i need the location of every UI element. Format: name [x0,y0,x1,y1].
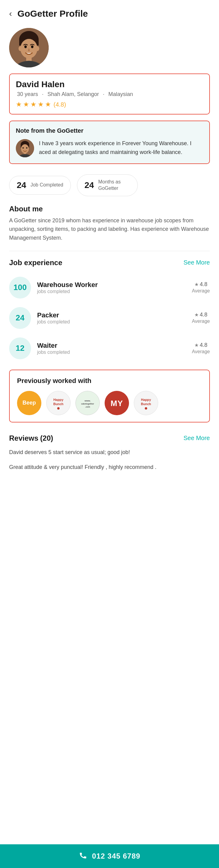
note-avatar [16,139,34,157]
reviews-section: Reviews (20) See More David deserves 5 s… [0,431,219,485]
profile-info-box: David Halen 30 years · Shah Alam, Selang… [9,73,210,115]
worked-with-title: Previously worked with [17,377,202,385]
reviews-see-more[interactable]: See More [184,435,210,442]
phone-icon [79,851,87,861]
stat-months-label: Months as GoGetter [98,179,121,192]
stats-row: 24 Job Completed 24 Months as GoGetter [0,171,219,205]
svg-point-29 [145,407,147,410]
worked-with-box: Previously worked with Beep Happy Bunch … [9,370,210,423]
job-info-3: Waiter jobs completed [37,342,186,355]
job-star-1: ★ [194,282,199,287]
stat-jobs-number: 24 [17,180,26,190]
job-star-3: ★ [194,342,199,348]
star-4: ★ [38,100,44,108]
job-count-1: 100 [9,277,31,299]
star-1: ★ [16,100,22,108]
svg-text:caketogether: caketogether [81,403,94,405]
company-logo-beep: Beep [17,391,42,415]
job-subtitle-3: jobs completed [37,349,186,355]
job-rating-label-3: Average [192,349,210,354]
job-star-2: ★ [194,312,199,318]
job-rating-label-1: Average [192,288,210,294]
stat-months-number: 24 [85,180,94,190]
note-text: I have 3 years work experience in Foreve… [39,139,203,157]
stat-jobs-completed: 24 Job Completed [9,176,71,195]
avatar [9,28,49,67]
about-title: About me [9,205,210,213]
job-title-1: Warehouse Worker [37,281,186,289]
company-logo-happybunch2: Happy Bunch [134,391,158,415]
svg-point-5 [31,45,33,48]
profile-meta: 30 years · Shah Alam, Selangor · Malaysi… [16,91,203,97]
job-experience-header: Job experience See More [0,258,219,272]
svg-text:MY: MY [111,399,123,408]
about-section: About me A GoGetter since 2019 whom has … [0,205,219,251]
job-count-3: 12 [9,337,31,359]
job-item-waiter: 12 Waiter jobs completed ★ 4.8 Average [0,333,219,364]
stat-jobs-label: Job Completed [30,182,63,188]
company-logo-caketogether: www. caketogether .com [76,391,100,415]
company-logo-happybunch1: Happy Bunch [46,391,71,415]
svg-point-12 [21,144,29,153]
job-title-3: Waiter [37,342,186,349]
job-rating-num-3: 4.8 [200,342,208,348]
note-box: Note from the GoGetter I have 3 years wo… [9,121,210,164]
svg-point-4 [24,45,27,48]
review-2: Great attitude & very punctual! Friendly… [9,463,210,472]
review-1: David deserves 5 start service as usual;… [9,448,210,457]
job-item-warehouse: 100 Warehouse Worker jobs completed ★ 4.… [0,272,219,303]
svg-point-14 [26,147,27,149]
svg-text:Happy: Happy [54,398,63,402]
job-rating-label-2: Average [192,318,210,324]
star-2: ★ [23,100,29,108]
svg-point-19 [57,407,60,410]
reviews-count: (20) [40,434,53,442]
job-rating-2: ★ 4.8 Average [192,312,210,324]
svg-text:Happy: Happy [141,398,151,402]
note-title: Note from the GoGetter [16,127,203,134]
job-subtitle-2: jobs completed [37,319,186,325]
svg-text:Bunch: Bunch [141,402,151,406]
job-experience-see-more[interactable]: See More [184,259,210,266]
page-title: GoGetter Profile [17,8,88,19]
job-rating-num-2: 4.8 [200,312,208,318]
rating-value: (4.8) [54,101,66,108]
about-text: A GoGetter since 2019 whom has experienc… [9,216,210,242]
job-count-2: 24 [9,307,31,329]
job-experience-title: Job experience [9,258,62,267]
job-title-2: Packer [37,311,186,319]
job-rating-1: ★ 4.8 Average [192,281,210,294]
job-rating-3: ★ 4.8 Average [192,342,210,354]
reviews-header: Reviews (20) See More [9,434,210,442]
stat-months: 24 Months as GoGetter [77,174,138,196]
job-rating-num-1: 4.8 [200,281,208,288]
svg-point-7 [19,46,22,51]
call-button[interactable]: 012 345 6789 [0,844,219,868]
note-content: I have 3 years work experience in Foreve… [16,139,203,157]
job-item-packer: 24 Packer jobs completed ★ 4.8 Average [0,303,219,333]
svg-point-8 [35,46,39,51]
header: ‹ GoGetter Profile [0,0,219,25]
company-logos: Beep Happy Bunch www. caketogether .com [17,391,202,415]
job-info-1: Warehouse Worker jobs completed [37,281,186,294]
avatar-section [0,25,219,73]
divider-1 [9,251,210,251]
svg-point-13 [23,147,24,149]
star-3: ★ [30,100,36,108]
svg-text:Bunch: Bunch [53,402,63,406]
back-button[interactable]: ‹ [9,9,12,18]
star-5-half: ★ [45,100,51,108]
svg-text:.com: .com [85,406,90,408]
stars-row: ★ ★ ★ ★ ★ (4.8) [16,100,203,108]
reviews-title: Reviews [9,434,38,442]
job-info-2: Packer jobs completed [37,311,186,325]
company-logo-myi: MY [105,391,129,415]
job-subtitle-1: jobs completed [37,289,186,294]
profile-name: David Halen [16,80,203,89]
phone-number: 012 345 6789 [92,852,140,860]
svg-text:www.: www. [84,399,91,402]
